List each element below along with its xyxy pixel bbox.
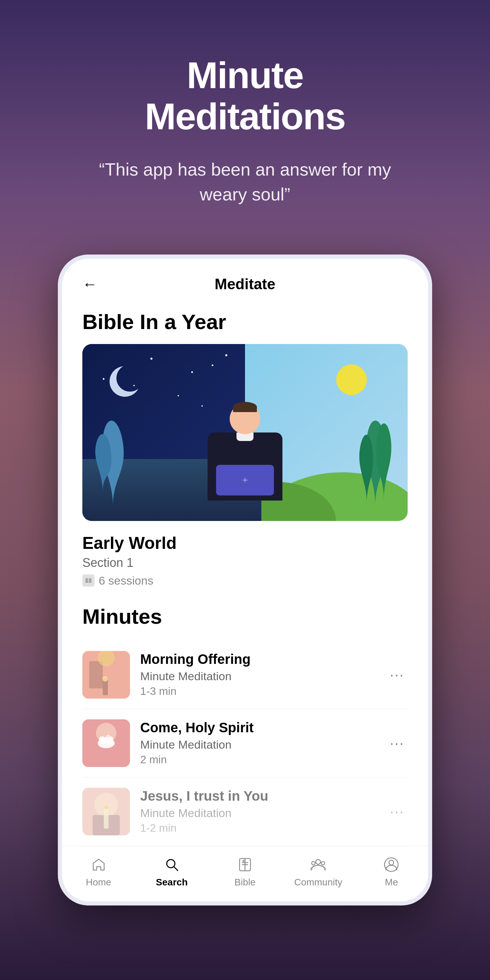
svg-rect-3 [89, 578, 92, 583]
meditation-type-1: Minute Meditation [140, 670, 376, 683]
nav-label-bible: Bible [234, 877, 256, 888]
meditation-name-1: Morning Offering [140, 652, 376, 667]
item-title: Early World [82, 533, 408, 553]
search-icon [163, 856, 181, 873]
nav-item-search[interactable]: Search [135, 856, 208, 888]
svg-point-8 [102, 676, 108, 682]
back-button[interactable]: ← [82, 275, 97, 293]
priest-figure: + [208, 404, 282, 501]
svg-line-18 [174, 867, 178, 871]
phone-container: ← Meditate Bible In a Year [58, 255, 432, 905]
hero-image[interactable]: + [82, 344, 408, 521]
more-options-button-3[interactable]: ··· [386, 800, 408, 824]
nav-item-bible[interactable]: Bible [208, 856, 282, 888]
nav-label-community: Community [294, 877, 342, 888]
svg-point-17 [167, 859, 175, 868]
holy-spirit-thumb [82, 719, 130, 767]
header-title: Meditate [215, 275, 275, 293]
sun-icon [336, 364, 367, 395]
holy-spirit-illustration [82, 719, 130, 767]
community-icon [309, 856, 327, 873]
list-item[interactable]: Morning Offering Minute Meditation 1-3 m… [82, 641, 408, 709]
plants-right [350, 397, 401, 508]
meditation-duration-3: 1-2 min [140, 822, 376, 834]
morning-offering-thumb [82, 651, 130, 698]
svg-point-21 [316, 859, 321, 864]
meditation-type-2: Minute Meditation [140, 738, 376, 751]
svg-rect-15 [104, 808, 108, 829]
item-info: Early World Section 1 6 sessions [82, 533, 408, 587]
sessions-text: 6 sessions [99, 574, 153, 587]
minutes-title: Minutes [82, 605, 408, 628]
list-item[interactable]: Jesus, I trust in You Minute Meditation … [82, 778, 408, 846]
nav-label-search: Search [156, 877, 188, 888]
meditation-info-3: Jesus, I trust in You Minute Meditation … [140, 788, 376, 834]
nav-label-home: Home [86, 877, 111, 888]
sessions-row: 6 sessions [82, 574, 408, 587]
svg-point-23 [321, 862, 325, 865]
nav-item-home[interactable]: Home [62, 856, 135, 888]
bottom-nav: Home Search [62, 846, 428, 901]
meditation-duration-1: 1-3 min [140, 685, 376, 698]
sessions-icon [82, 574, 95, 587]
jesus-trust-thumb [82, 788, 130, 835]
nav-item-me[interactable]: Me [355, 856, 428, 888]
home-icon [90, 856, 108, 873]
meditation-info-2: Come, Holy Spirit Minute Meditation 2 mi… [140, 720, 376, 766]
hero-section: Minute Meditations “This app has been an… [0, 0, 490, 234]
bible-icon [236, 856, 254, 873]
svg-rect-2 [86, 578, 88, 583]
more-options-button-1[interactable]: ··· [386, 663, 408, 687]
hero-quote: “This app has been an answer for my wear… [92, 157, 398, 207]
svg-point-25 [389, 860, 394, 865]
hero-title: Minute Meditations [145, 54, 345, 137]
list-item[interactable]: Come, Holy Spirit Minute Meditation 2 mi… [82, 709, 408, 778]
svg-point-22 [312, 862, 315, 865]
jesus-trust-illustration [82, 788, 130, 835]
morning-offering-illustration [82, 651, 130, 698]
illustration: + [82, 344, 408, 521]
meditation-info-1: Morning Offering Minute Meditation 1-3 m… [140, 652, 376, 698]
meditation-list: Morning Offering Minute Meditation 1-3 m… [82, 641, 408, 846]
plants-left [92, 411, 134, 508]
svg-point-16 [104, 806, 108, 809]
app-header: ← Meditate [62, 259, 428, 303]
meditation-duration-2: 2 min [140, 753, 376, 766]
phone-inner: ← Meditate Bible In a Year [62, 259, 428, 901]
item-subtitle: Section 1 [82, 556, 408, 570]
meditation-name-2: Come, Holy Spirit [140, 720, 376, 735]
me-icon [382, 856, 400, 873]
more-options-button-2[interactable]: ··· [386, 731, 408, 755]
meditation-type-3: Minute Meditation [140, 807, 376, 820]
meditation-name-3: Jesus, I trust in You [140, 788, 376, 804]
nav-item-community[interactable]: Community [282, 856, 355, 888]
svg-rect-5 [89, 661, 103, 688]
app-content: Bible In a Year [62, 303, 428, 846]
nav-label-me: Me [385, 877, 398, 888]
section-title: Bible In a Year [82, 310, 408, 334]
